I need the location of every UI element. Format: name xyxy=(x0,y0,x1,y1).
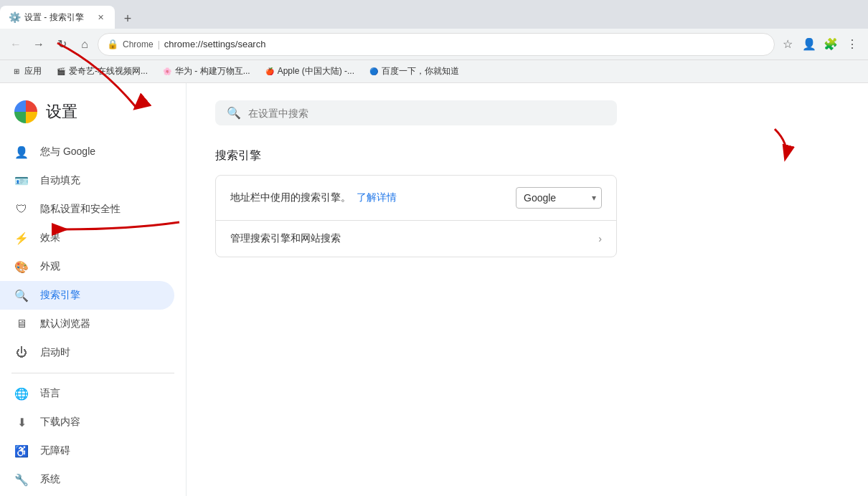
tab-title: 设置 - 搜索引擎 xyxy=(24,11,90,24)
default-search-text: 地址栏中使用的搜索引擎。 了解详情 xyxy=(230,191,516,204)
bookmark-huawei-label: 华为 - 构建万物互... xyxy=(175,65,250,77)
sidebar-google-label: 您与 Google xyxy=(40,146,95,158)
new-tab-button[interactable]: + xyxy=(118,9,138,29)
tab-bar: ⚙️ 设置 - 搜索引擎 ✕ + xyxy=(0,0,868,29)
sidebar-startup-label: 启动时 xyxy=(40,346,70,359)
bookmark-iqiyi[interactable]: 🎬 爱奇艺-在线视频网... xyxy=(50,64,154,79)
toolbar-right: ☆ 👤 🧩 ⋮ xyxy=(778,34,862,54)
sidebar-item-privacy[interactable]: 🛡 隐私设置和安全性 xyxy=(0,195,174,224)
settings-search-input[interactable] xyxy=(248,108,605,119)
address-separator: | xyxy=(158,39,160,49)
bookmark-iqiyi-label: 爱奇艺-在线视频网... xyxy=(69,65,148,77)
sidebar-language-label: 语言 xyxy=(40,387,60,400)
wrench-icon: 🔧 xyxy=(14,472,29,487)
sidebar-download-label: 下载内容 xyxy=(40,416,80,429)
sidebar-divider xyxy=(11,373,174,373)
manage-search-row[interactable]: 管理搜索引擎和网站搜索 › xyxy=(216,221,616,257)
search-engine-select[interactable]: Google Bing 百度 搜狗 xyxy=(516,187,602,209)
sidebar-item-download[interactable]: ⬇ 下载内容 xyxy=(0,408,174,437)
sidebar-item-autofill[interactable]: 🪪 自动填充 xyxy=(0,166,174,195)
tab-close-button[interactable]: ✕ xyxy=(95,11,106,23)
default-search-label: 地址栏中使用的搜索引擎。 xyxy=(230,191,351,203)
back-button[interactable]: ← xyxy=(6,34,26,54)
chrome-logo xyxy=(14,100,37,123)
sidebar-item-startup[interactable]: ⏻ 启动时 xyxy=(0,338,174,367)
huawei-icon: 🌸 xyxy=(162,67,172,77)
extensions-button[interactable]: 🧩 xyxy=(821,34,841,54)
home-button[interactable]: ⌂ xyxy=(75,34,95,54)
accessibility-icon: ♿ xyxy=(14,444,29,458)
sidebar-browser-label: 默认浏览器 xyxy=(40,318,90,330)
bookmarks-button[interactable]: ☆ xyxy=(778,34,798,54)
bookmarks-bar: ⊞ 应用 🎬 爱奇艺-在线视频网... 🌸 华为 - 构建万物互... 🍎 Ap… xyxy=(0,60,868,83)
chevron-right-icon: › xyxy=(598,233,602,244)
baidu-icon: 🔵 xyxy=(369,67,379,77)
sidebar-item-search[interactable]: 🔍 搜索引擎 xyxy=(0,281,174,310)
monitor-icon: 🖥 xyxy=(14,317,29,331)
address-url: chrome://settings/search xyxy=(164,39,266,49)
chrome-label: Chrome xyxy=(123,39,154,49)
sidebar-search-label: 搜索引擎 xyxy=(40,289,80,302)
power-icon: ⏻ xyxy=(14,345,29,360)
settings-search-bar[interactable]: 🔍 xyxy=(215,100,617,125)
sidebar: 设置 👤 您与 Google 🪪 自动填充 🛡 隐私设置和安全性 ⚡ 效果 🎨 … xyxy=(0,83,187,496)
sidebar-item-accessibility[interactable]: ♿ 无障碍 xyxy=(0,437,174,465)
security-icon: 🔒 xyxy=(107,39,118,49)
apps-icon: ⊞ xyxy=(11,67,22,77)
performance-icon: ⚡ xyxy=(14,231,29,245)
sidebar-item-language[interactable]: 🌐 语言 xyxy=(0,379,174,408)
main-content: 🔍 搜索引擎 地址栏中使用的搜索引擎。 了解详情 Google xyxy=(187,83,868,496)
sidebar-autofill-label: 自动填充 xyxy=(40,174,80,187)
sidebar-privacy-label: 隐私设置和安全性 xyxy=(40,203,121,216)
sidebar-item-performance[interactable]: ⚡ 效果 xyxy=(0,224,174,252)
bookmark-baidu-label: 百度一下，你就知道 xyxy=(382,65,459,77)
sidebar-performance-label: 效果 xyxy=(40,232,60,244)
page-wrapper: ⚙️ 设置 - 搜索引擎 ✕ + ← → ↻ ⌂ 🔒 Chrome | chro… xyxy=(0,0,868,496)
sidebar-item-browser[interactable]: 🖥 默认浏览器 xyxy=(0,310,174,338)
person-icon: 👤 xyxy=(14,145,29,159)
address-bar[interactable]: 🔒 Chrome | chrome://settings/search xyxy=(98,33,775,56)
manage-search-arrow: › xyxy=(598,233,602,244)
toolbar: ← → ↻ ⌂ 🔒 Chrome | chrome://settings/sea… xyxy=(0,29,868,60)
default-search-row: 地址栏中使用的搜索引擎。 了解详情 Google Bing 百度 搜狗 xyxy=(216,176,616,221)
sidebar-item-google[interactable]: 👤 您与 Google xyxy=(0,138,174,166)
bookmark-huawei[interactable]: 🌸 华为 - 构建万物互... xyxy=(156,64,256,79)
browser-chrome: ⚙️ 设置 - 搜索引擎 ✕ + ← → ↻ ⌂ 🔒 Chrome | chro… xyxy=(0,0,868,83)
bookmark-baidu[interactable]: 🔵 百度一下，你就知道 xyxy=(363,64,465,79)
palette-icon: 🎨 xyxy=(14,259,29,274)
sidebar-item-appearance[interactable]: 🎨 外观 xyxy=(0,252,174,281)
bookmark-apps[interactable]: ⊞ 应用 xyxy=(6,64,47,79)
sidebar-logo: 设置 xyxy=(0,95,186,138)
search-nav-icon: 🔍 xyxy=(14,288,29,302)
search-engine-select-wrapper: Google Bing 百度 搜狗 xyxy=(516,187,602,209)
forward-button[interactable]: → xyxy=(29,34,49,54)
reload-button[interactable]: ↻ xyxy=(52,34,72,54)
bookmark-apple-label: Apple (中国大陆) -... xyxy=(278,65,354,77)
sidebar-system-label: 系统 xyxy=(40,473,60,486)
download-icon: ⬇ xyxy=(14,415,29,429)
apple-icon: 🍎 xyxy=(265,67,275,77)
autofill-icon: 🪪 xyxy=(14,173,29,188)
learn-more-link[interactable]: 了解详情 xyxy=(357,191,397,203)
menu-button[interactable]: ⋮ xyxy=(842,34,862,54)
search-icon: 🔍 xyxy=(227,106,241,120)
globe-icon: 🌐 xyxy=(14,386,29,401)
bookmark-apple[interactable]: 🍎 Apple (中国大陆) -... xyxy=(259,64,360,79)
sidebar-accessibility-label: 无障碍 xyxy=(40,444,70,457)
tab-favicon: ⚙️ xyxy=(9,11,20,23)
iqiyi-icon: 🎬 xyxy=(56,67,66,77)
search-engine-card: 地址栏中使用的搜索引擎。 了解详情 Google Bing 百度 搜狗 xyxy=(215,175,617,257)
bookmark-apps-label: 应用 xyxy=(24,65,42,77)
manage-search-text: 管理搜索引擎和网站搜索 xyxy=(230,232,598,245)
section-title: 搜索引擎 xyxy=(215,148,839,163)
shield-icon: 🛡 xyxy=(14,202,29,216)
active-tab[interactable]: ⚙️ 设置 - 搜索引擎 ✕ xyxy=(0,6,115,29)
profile-button[interactable]: 👤 xyxy=(799,34,819,54)
search-engine-control: Google Bing 百度 搜狗 xyxy=(516,187,602,209)
sidebar-appearance-label: 外观 xyxy=(40,260,60,273)
sidebar-item-system[interactable]: 🔧 系统 xyxy=(0,465,174,494)
settings-page: 设置 👤 您与 Google 🪪 自动填充 🛡 隐私设置和安全性 ⚡ 效果 🎨 … xyxy=(0,83,868,496)
settings-title: 设置 xyxy=(46,101,77,123)
